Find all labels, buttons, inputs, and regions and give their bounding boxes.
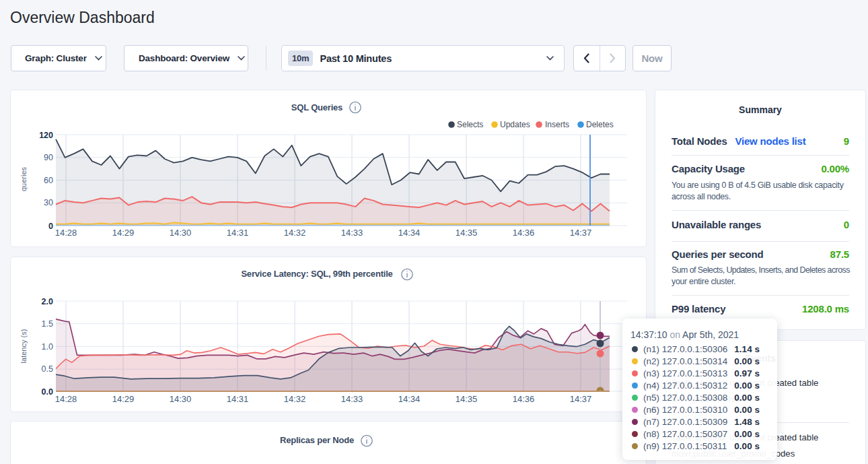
- svg-text:14:32: 14:32: [284, 228, 306, 238]
- svg-text:14:28: 14:28: [55, 394, 77, 404]
- svg-text:Deletes: Deletes: [586, 120, 614, 129]
- svg-text:14:31: 14:31: [227, 228, 249, 238]
- svg-text:14:37: 14:37: [570, 394, 592, 404]
- svg-text:14:33: 14:33: [341, 394, 363, 404]
- svg-text:120: 120: [39, 131, 53, 140]
- svg-text:1.5: 1.5: [42, 319, 53, 329]
- svg-text:14:31: 14:31: [227, 394, 249, 404]
- svg-text:14:29: 14:29: [112, 394, 135, 404]
- svg-text:14:29: 14:29: [112, 228, 135, 238]
- svg-text:14:37: 14:37: [570, 228, 592, 238]
- svg-text:Updates: Updates: [500, 120, 530, 129]
- svg-text:latency (s): latency (s): [20, 329, 28, 364]
- svg-text:14:34: 14:34: [398, 228, 421, 238]
- svg-text:14:32: 14:32: [284, 394, 306, 404]
- svg-text:2.0: 2.0: [42, 297, 53, 306]
- svg-text:90: 90: [44, 153, 53, 162]
- svg-text:14:33: 14:33: [341, 228, 363, 238]
- svg-text:14:36: 14:36: [513, 228, 535, 238]
- svg-text:0: 0: [48, 222, 53, 231]
- svg-text:14:28: 14:28: [55, 228, 77, 238]
- svg-text:14:34: 14:34: [398, 394, 421, 404]
- svg-text:1.0: 1.0: [42, 342, 53, 352]
- svg-text:30: 30: [44, 198, 53, 207]
- svg-text:0.0: 0.0: [42, 387, 53, 397]
- svg-text:14:30: 14:30: [170, 394, 192, 404]
- svg-text:14:35: 14:35: [456, 394, 478, 404]
- svg-text:queries: queries: [20, 166, 28, 191]
- svg-text:Inserts: Inserts: [545, 120, 569, 129]
- svg-text:60: 60: [44, 176, 53, 185]
- svg-text:14:30: 14:30: [170, 228, 192, 238]
- svg-text:14:36: 14:36: [513, 394, 535, 404]
- svg-text:0.5: 0.5: [42, 364, 53, 374]
- svg-text:Selects: Selects: [457, 120, 483, 129]
- svg-text:14:35: 14:35: [456, 228, 478, 238]
